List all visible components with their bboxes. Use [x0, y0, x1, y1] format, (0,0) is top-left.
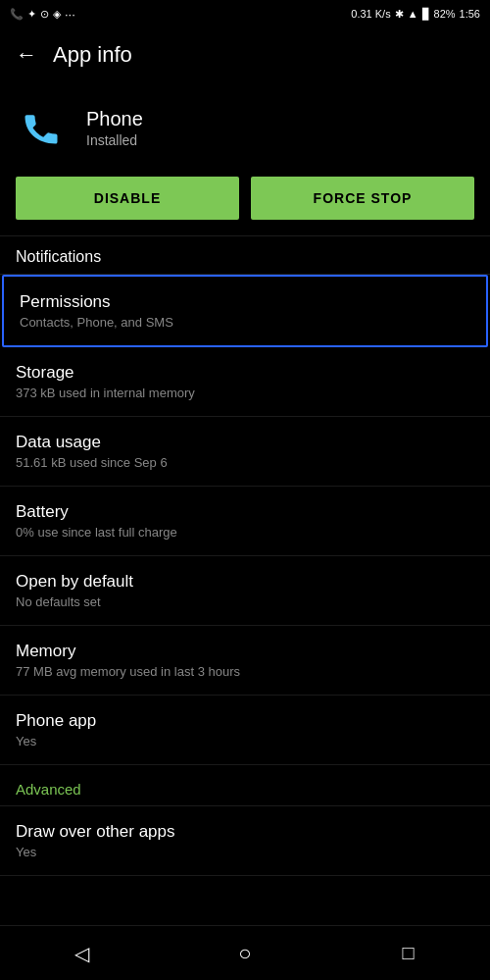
battery-level: 82% — [434, 8, 456, 20]
battery-subtitle: 0% use since last full charge — [16, 525, 474, 540]
wifi-icon: ▲ — [408, 8, 418, 20]
list-item-phone-app[interactable]: Phone app Yes — [0, 696, 490, 765]
action-buttons-container: DISABLE FORCE STOP — [0, 173, 490, 235]
nav-recent-button[interactable]: □ — [379, 934, 438, 973]
phone-status-icon: 📞 — [10, 8, 24, 21]
network-speed: 0.31 K/s — [351, 8, 390, 20]
nav-back-icon: ◁ — [74, 942, 89, 965]
notifications-section-header: Notifications — [0, 236, 490, 274]
list-item-permissions[interactable]: Permissions Contacts, Phone, and SMS — [2, 275, 488, 347]
nav-home-icon: ○ — [238, 941, 251, 966]
phone-app-subtitle: Yes — [16, 734, 474, 748]
clock: 1:56 — [460, 8, 480, 20]
force-stop-button[interactable]: FORCE STOP — [251, 177, 474, 220]
status-right-info: 0.31 K/s ✱ ▲ ▊ 82% 1:56 — [351, 8, 480, 21]
overflow-dots: ··· — [65, 7, 75, 22]
nav-recent-icon: □ — [403, 942, 415, 964]
advanced-section-label[interactable]: Advanced — [0, 765, 490, 805]
open-by-default-subtitle: No defaults set — [16, 594, 474, 609]
storage-subtitle: 373 kB used in internal memory — [16, 386, 474, 400]
list-item-open-by-default[interactable]: Open by default No defaults set — [0, 556, 490, 626]
phone-svg-icon — [20, 106, 63, 149]
permissions-subtitle: Contacts, Phone, and SMS — [20, 315, 470, 330]
phone-app-title: Phone app — [16, 711, 474, 731]
list-item-storage[interactable]: Storage 373 kB used in internal memory — [0, 347, 490, 417]
page-title: App info — [53, 42, 132, 68]
nav-back-button[interactable]: ◁ — [52, 934, 111, 973]
draw-over-apps-subtitle: Yes — [16, 845, 474, 859]
nav-home-button[interactable]: ○ — [216, 934, 274, 973]
draw-over-apps-title: Draw over other apps — [16, 822, 474, 842]
signal-icon: ▊ — [422, 8, 430, 21]
open-by-default-title: Open by default — [16, 572, 474, 592]
nav-bar: ◁ ○ □ — [0, 925, 490, 980]
storage-title: Storage — [16, 363, 474, 383]
list-item-battery[interactable]: Battery 0% use since last full charge — [0, 487, 490, 556]
data-usage-subtitle: 51.61 kB used since Sep 6 — [16, 455, 474, 470]
list-item-draw-over-apps[interactable]: Draw over other apps Yes — [0, 806, 490, 876]
status-bar: 📞 ✦ ⊙ ◈ ··· 0.31 K/s ✱ ▲ ▊ 82% 1:56 — [0, 0, 490, 27]
app-status: Installed — [86, 132, 143, 148]
camera-icon: ⊙ — [40, 8, 49, 21]
back-button[interactable]: ← — [16, 42, 37, 68]
bbm-icon: ◈ — [53, 8, 61, 21]
app-icon — [16, 102, 67, 153]
memory-subtitle: 77 MB avg memory used in last 3 hours — [16, 664, 474, 679]
battery-title: Battery — [16, 502, 474, 522]
list-item-data-usage[interactable]: Data usage 51.61 kB used since Sep 6 — [0, 417, 490, 487]
star-icon: ✦ — [27, 8, 36, 21]
app-info-text: Phone Installed — [86, 108, 143, 148]
list-items-container: Permissions Contacts, Phone, and SMS Sto… — [0, 275, 490, 765]
disable-button[interactable]: DISABLE — [16, 177, 239, 220]
list-item-memory[interactable]: Memory 77 MB avg memory used in last 3 h… — [0, 626, 490, 696]
data-usage-title: Data usage — [16, 433, 474, 452]
bluetooth-icon: ✱ — [395, 8, 404, 21]
app-header: Phone Installed — [0, 82, 490, 173]
status-left-icons: 📞 ✦ ⊙ ◈ ··· — [10, 7, 75, 22]
app-name: Phone — [86, 108, 143, 130]
memory-title: Memory — [16, 642, 474, 661]
top-bar: ← App info — [0, 27, 490, 82]
permissions-title: Permissions — [20, 292, 470, 312]
